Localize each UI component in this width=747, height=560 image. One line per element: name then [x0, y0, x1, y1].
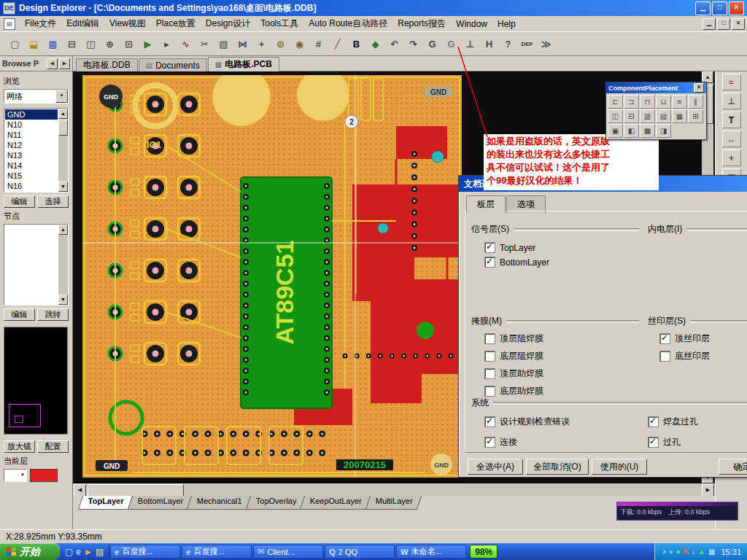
checkbox-bottom-solder-mask[interactable]: 底层阻焊膜 — [484, 350, 543, 362]
checkbox-toplayer[interactable]: TopLayer — [484, 242, 535, 253]
scroll-down-icon[interactable]: ▼ — [58, 295, 68, 305]
panel-next-button[interactable]: ▶ — [59, 58, 70, 69]
scroll-thumb[interactable] — [58, 120, 68, 136]
checkbox-drc-errors[interactable]: 设计规则检查错误 — [484, 416, 570, 428]
layer-tab-toplayer[interactable]: TopLayer — [78, 496, 133, 510]
net-item[interactable]: N11 — [5, 130, 58, 140]
download-tray-icon[interactable]: ↓ — [692, 548, 695, 556]
move-to-grid-icon[interactable]: ▣ — [608, 124, 623, 138]
layer-tab-bottomlayer[interactable]: BottomLayer — [128, 496, 193, 510]
redo-icon[interactable]: ↷ — [404, 35, 422, 52]
magnifier-button[interactable]: 放大镜 — [4, 440, 35, 453]
goto-prev-icon[interactable]: G — [423, 35, 441, 52]
horizontal-scrollbar[interactable]: ◀ ▶ — [73, 483, 715, 496]
polygon-tool-icon[interactable]: ◆ — [366, 35, 384, 52]
net-item[interactable]: N13 — [5, 150, 58, 160]
checkbox-bottom-paste-mask[interactable]: 底层助焊膜 — [484, 385, 543, 397]
node-list-scrollbar[interactable]: ▲ ▼ — [58, 225, 68, 305]
cut-icon[interactable]: ✂ — [196, 35, 214, 52]
open-icon[interactable]: ⬓ — [25, 35, 43, 52]
menu-autoroute[interactable]: Auto Route自动路径 — [303, 16, 392, 31]
menu-window[interactable]: Window — [451, 18, 492, 31]
net-item[interactable]: GND — [5, 109, 58, 120]
node-jump-button[interactable]: 跳转 — [37, 308, 69, 321]
space-horizontal-icon[interactable]: ▥ — [640, 109, 655, 123]
node-edit-button[interactable]: 编辑 — [4, 308, 35, 321]
ok-button[interactable]: 确定 — [719, 459, 747, 475]
scroll-up-icon[interactable]: ▲ — [58, 109, 68, 119]
wire-tool-icon[interactable]: ∿ — [177, 35, 195, 52]
dropdown-arrow-icon[interactable]: ▼ — [55, 90, 68, 103]
network-speed-widget[interactable]: 下载: 0.0 kbps 上传: 0.0 kbps — [616, 502, 738, 521]
net-tool-icon[interactable]: ⋈ — [233, 35, 252, 52]
tab-ddb[interactable]: 电路板.DDB — [76, 58, 138, 71]
task-button-baidu-2[interactable]: e 百度搜... — [182, 545, 252, 559]
undo-icon[interactable]: ↶ — [385, 35, 403, 52]
zoom-window-icon[interactable]: ⊡ — [120, 35, 138, 52]
align-top-icon[interactable]: ⊓ — [640, 95, 655, 109]
minimize-button[interactable]: ▁ — [695, 1, 711, 15]
pad-place-icon[interactable]: ⊥ — [722, 93, 741, 109]
align-bottom-icon[interactable]: ⊔ — [656, 95, 671, 109]
mdi-restore-button[interactable]: □ — [717, 18, 730, 30]
net-edit-button[interactable]: 编辑 — [4, 195, 35, 208]
print-icon[interactable]: ⊟ — [63, 35, 81, 52]
qq-tray-icon[interactable]: ● — [669, 548, 673, 556]
select-area-icon[interactable]: ▧ — [214, 35, 233, 52]
menu-view[interactable]: View视图 — [104, 16, 151, 31]
run-icon[interactable]: ▶ — [139, 35, 157, 52]
menu-file[interactable]: File文件 — [20, 16, 61, 31]
configure-button[interactable]: 配置 — [37, 440, 69, 453]
tab-pcb[interactable]: ▦ 电路板.PCB — [208, 57, 279, 71]
via-tool-icon[interactable]: ⊙ — [271, 35, 290, 52]
hscroll-thumb[interactable] — [88, 484, 184, 497]
pcb-board[interactable]: AT89C51 — [82, 75, 462, 478]
center-horizontal-icon[interactable]: ◫ — [608, 109, 623, 123]
def-icon[interactable]: DEF — [518, 35, 536, 52]
grid-toggle-icon[interactable]: # — [309, 35, 328, 52]
placement-grid-icon[interactable]: ▩ — [640, 124, 655, 138]
menu-edit[interactable]: Edit编辑 — [61, 16, 104, 31]
dialog-tab-layers[interactable]: 板层 — [466, 195, 506, 213]
scroll-right-icon[interactable]: ▶ — [702, 484, 714, 497]
new-document-icon[interactable]: ▢ — [6, 35, 24, 52]
menu-help[interactable]: Help — [492, 18, 521, 31]
network-tray-icon[interactable]: ▦ — [708, 548, 715, 556]
line-tool-icon[interactable]: ╱ — [328, 35, 347, 52]
scroll-left-icon[interactable]: ◀ — [74, 484, 86, 497]
checkbox-top-silkscreen[interactable]: 顶丝印层 — [659, 332, 710, 345]
task-button-untitled[interactable]: W 未命名... — [396, 545, 466, 559]
deselect-all-button[interactable]: 全部取消(O) — [526, 459, 589, 475]
menu-design[interactable]: Design设计 — [201, 16, 255, 31]
checkbox-top-paste-mask[interactable]: 顶层助焊膜 — [484, 368, 543, 380]
battery-meter[interactable]: 98% — [470, 545, 498, 559]
save-icon[interactable]: ▦ — [44, 35, 62, 52]
task-button-client[interactable]: ✉ Client... — [253, 545, 323, 559]
show-desktop-icon[interactable]: ▢ — [65, 547, 73, 557]
align-left-icon[interactable]: ⊏ — [608, 95, 623, 109]
task-button-baidu-1[interactable]: e 百度搜... — [110, 545, 180, 559]
folder-quick-icon[interactable]: ▤ — [96, 547, 104, 557]
net-item[interactable]: N16 — [5, 181, 58, 191]
net-list-scrollbar[interactable]: ▲ ▼ — [58, 109, 68, 192]
help-icon[interactable]: ? — [499, 35, 517, 52]
checkbox-top-solder-mask[interactable]: 顶层阻焊膜 — [484, 332, 543, 345]
menu-tools[interactable]: Tools工具 — [255, 16, 303, 31]
layer-tab-multilayer[interactable]: MultiLayer — [365, 496, 422, 510]
mdi-close-button[interactable]: ✕ — [732, 18, 745, 30]
mdi-minimize-button[interactable]: ▁ — [703, 18, 716, 30]
palette-close-icon[interactable]: ✕ — [694, 83, 704, 93]
text-tool-icon[interactable]: T — [722, 112, 741, 128]
move-tool-icon[interactable]: + — [252, 35, 271, 52]
browse-type-select[interactable]: 网络 ▼ — [4, 89, 69, 104]
taskbar-clock[interactable]: 15:31 — [721, 548, 741, 556]
dimension-tool-icon[interactable]: ↔ — [722, 131, 741, 147]
messenger-tray-icon[interactable]: ● — [676, 548, 681, 556]
net-item[interactable]: N12 — [5, 140, 58, 150]
scroll-down-icon[interactable]: ▼ — [58, 182, 68, 192]
net-item[interactable]: N15 — [5, 171, 58, 181]
align-center-icon[interactable]: ◨ — [656, 124, 671, 138]
goto-next-icon[interactable]: G — [442, 35, 460, 52]
checkbox-bottomlayer[interactable]: BottomLayer — [484, 257, 549, 268]
checkbox-bottom-silkscreen[interactable]: 底丝印层 — [659, 350, 710, 362]
